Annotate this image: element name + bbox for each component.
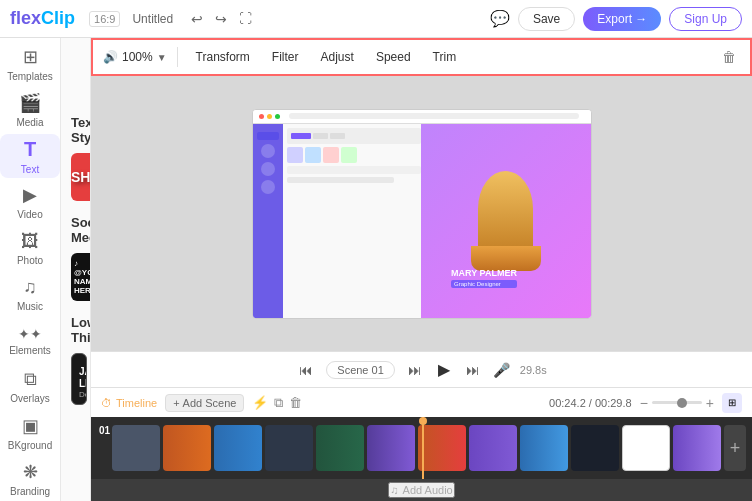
redo-button[interactable]: ↪ xyxy=(211,9,231,29)
sidebar-item-templates[interactable]: ⊞ Templates xyxy=(0,42,60,86)
clip-10[interactable] xyxy=(571,425,619,471)
clip-4[interactable] xyxy=(265,425,313,471)
clip-9[interactable] xyxy=(520,425,568,471)
transform-button[interactable]: Transform xyxy=(188,46,258,68)
lower-thirds-title: Lower Thirds xyxy=(71,315,91,345)
sidebar-item-branding[interactable]: ❋ Branding xyxy=(0,457,60,501)
lower-third-jace[interactable]: JACE LEE Designer xyxy=(71,353,87,405)
volume-icon: 🔊 xyxy=(103,50,118,64)
timeline-icon-group: ⚡ ⧉ 🗑 xyxy=(252,395,302,411)
video-icon: ▶ xyxy=(23,184,37,206)
add-scene-text: Add Scene xyxy=(183,397,237,409)
play-button[interactable]: ▶ xyxy=(435,357,453,382)
clip-number: 01 xyxy=(99,425,110,436)
text-styles-row: SHADOW Night JUICE xyxy=(71,153,80,201)
overlays-icon: ⧉ xyxy=(24,369,37,390)
zoom-in-button[interactable]: + xyxy=(706,395,714,411)
sidebar-label-music: Music xyxy=(17,301,43,312)
social-tiktok[interactable]: ♪ @YOUR NAME HERE xyxy=(71,253,91,301)
sidebar-item-music[interactable]: ♫ Music xyxy=(0,272,60,316)
browser-dot-red xyxy=(259,114,264,119)
sidebar-item-video[interactable]: ▶ Video xyxy=(0,180,60,224)
audio-bar: ♫ Add Audio xyxy=(91,479,752,501)
prev-scene-button[interactable]: ⏮ xyxy=(296,359,316,381)
clip-12[interactable] xyxy=(673,425,721,471)
volume-chevron-icon: ▼ xyxy=(157,52,167,63)
mic-icon[interactable]: 🎤 xyxy=(493,362,510,378)
copy-icon[interactable]: ⧉ xyxy=(274,395,283,411)
sidebar-item-text[interactable]: T Text xyxy=(0,134,60,178)
sidebar-item-elements[interactable]: ✦✦ Elements xyxy=(0,319,60,363)
project-name[interactable]: Untitled xyxy=(132,12,173,26)
save-button[interactable]: Save xyxy=(518,7,575,31)
zoom-slider-thumb xyxy=(677,398,687,408)
trim-button[interactable]: Trim xyxy=(425,46,465,68)
clip-6[interactable] xyxy=(367,425,415,471)
template-preview-row: LIKES TO FREEFONTS INCLUDED CREATIVEDESI… xyxy=(71,48,80,103)
sidebar-label-templates: Templates xyxy=(7,71,53,82)
clip-5[interactable] xyxy=(316,425,364,471)
templates-icon: ⊞ xyxy=(23,46,38,68)
text-style-shadow[interactable]: SHADOW xyxy=(71,153,91,201)
undo-redo-group: ↩ ↪ ⛶ xyxy=(187,9,256,29)
preview-text-block: MARY PALMER Graphic Designer xyxy=(451,268,517,288)
text-icon: T xyxy=(24,138,36,161)
volume-pct: 100% xyxy=(122,50,153,64)
sidebar-item-photo[interactable]: 🖼 Photo xyxy=(0,226,60,270)
browser-top-bar xyxy=(253,110,591,124)
social-media-header: Social Media See all xyxy=(71,215,80,245)
adjust-button[interactable]: Adjust xyxy=(313,46,362,68)
undo-button[interactable]: ↩ xyxy=(187,9,207,29)
sidebar-item-media[interactable]: 🎬 Media xyxy=(0,88,60,132)
sidebar-label-bkground: BKground xyxy=(8,440,52,451)
fullscreen-button[interactable]: ⛶ xyxy=(235,9,256,29)
expand-timeline-button[interactable]: ⊞ xyxy=(722,393,742,413)
zoom-slider[interactable] xyxy=(652,401,702,404)
clip-7[interactable] xyxy=(418,425,466,471)
clip-8[interactable] xyxy=(469,425,517,471)
split-icon[interactable]: ⚡ xyxy=(252,395,268,411)
text-styles-title: Text Styles xyxy=(71,115,91,145)
browser-dot-yellow xyxy=(267,114,272,119)
skip-forward-button[interactable]: ⏭ xyxy=(463,359,483,381)
right-panel: 🔊 100% ▼ Transform Filter Adjust Speed T… xyxy=(91,38,752,501)
add-scene-button[interactable]: + Add Scene xyxy=(165,394,244,412)
logo-accent: Clip xyxy=(41,8,75,28)
clip-1[interactable] xyxy=(112,425,160,471)
bkground-icon: ▣ xyxy=(22,415,39,437)
signup-button[interactable]: Sign Up xyxy=(669,7,742,31)
sidebar-label-photo: Photo xyxy=(17,255,43,266)
export-button[interactable]: Export → xyxy=(583,7,661,31)
skip-back-button[interactable]: ⏭ xyxy=(405,359,425,381)
toolbar: 🔊 100% ▼ Transform Filter Adjust Speed T… xyxy=(91,38,752,76)
filter-button[interactable]: Filter xyxy=(264,46,307,68)
zoom-out-button[interactable]: − xyxy=(640,395,648,411)
clip-11[interactable] xyxy=(622,425,670,471)
preview-content: MARY PALMER Graphic Designer xyxy=(283,124,591,318)
scene-controls: ⏮ Scene 01 ⏭ ▶ ⏭ 🎤 29.8s xyxy=(91,351,752,387)
message-icon[interactable]: 💬 xyxy=(490,9,510,28)
volume-control[interactable]: 🔊 100% ▼ xyxy=(103,50,167,64)
playhead-handle xyxy=(419,417,427,425)
preview-sidebar-mini xyxy=(253,124,283,318)
delete-icon[interactable]: 🗑 xyxy=(718,45,740,69)
add-audio-button[interactable]: ♫ Add Audio xyxy=(388,482,454,498)
timeline-bar: ⏱ Timeline + Add Scene ⚡ ⧉ 🗑 00:24.2 / 0… xyxy=(91,387,752,417)
timeline-label[interactable]: ⏱ Timeline xyxy=(101,397,157,409)
preview-browser: MARY PALMER Graphic Designer xyxy=(253,110,591,318)
sidebar-item-overlays[interactable]: ⧉ Overlays xyxy=(0,365,60,409)
sidebar-item-bkground[interactable]: ▣ BKground xyxy=(0,411,60,455)
add-clip-button[interactable]: + xyxy=(724,425,746,471)
scene-label[interactable]: Scene 01 xyxy=(326,361,394,379)
aspect-ratio[interactable]: 16:9 xyxy=(89,11,120,27)
timeline-time: 00:24.2 / 00:29.8 xyxy=(549,397,632,409)
clip-3[interactable] xyxy=(214,425,262,471)
browser-dot-green xyxy=(275,114,280,119)
speed-button[interactable]: Speed xyxy=(368,46,419,68)
clip-2[interactable] xyxy=(163,425,211,471)
trash-timeline-icon[interactable]: 🗑 xyxy=(289,395,302,411)
sidebar-label-overlays: Overlays xyxy=(10,393,49,404)
social-media-row: ♪ @YOUR NAME HERE 📸 @yournamehere Subscr… xyxy=(71,253,80,301)
lower-thirds-row: JACE LEE Designer Clean Titles MADE WITH… xyxy=(71,353,80,405)
add-audio-text: Add Audio xyxy=(403,484,453,496)
